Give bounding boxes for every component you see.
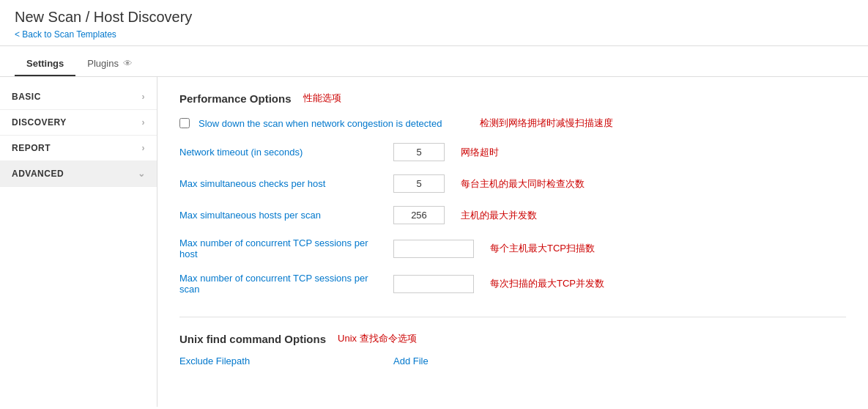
network-congestion-row: Slow down the scan when network congesti… [179, 117, 846, 130]
performance-section: Performance Options 性能选项 Slow down the s… [179, 92, 846, 295]
chevron-right-icon: › [142, 92, 146, 102]
network-congestion-checkbox[interactable] [179, 118, 190, 128]
tab-plugins[interactable]: Plugins 👁 [75, 52, 144, 76]
sidebar-item-basic-label: BASIC [12, 92, 41, 102]
sidebar: BASIC › DISCOVERY › REPORT › ADVANCED ⌄ [0, 77, 157, 407]
chevron-right-icon: › [142, 143, 146, 153]
tab-settings[interactable]: Settings [15, 52, 75, 76]
network-congestion-label-cn: 检测到网络拥堵时减慢扫描速度 [480, 117, 613, 130]
exclude-filepath-row: Exclude Filepath Add File [179, 355, 846, 366]
page-title: New Scan / Host Discovery [15, 9, 853, 26]
max-hosts-label-cn: 主机的最大并发数 [461, 209, 537, 222]
max-tcp-host-input[interactable] [393, 240, 474, 258]
max-hosts-input[interactable] [393, 206, 445, 224]
max-tcp-scan-label-cn: 每次扫描的最大TCP并发数 [490, 277, 604, 290]
max-hosts-label: Max simultaneous hosts per scan [179, 210, 385, 221]
unix-section-title-cn: Unix 查找命令选项 [338, 332, 417, 345]
max-tcp-scan-input[interactable] [393, 275, 474, 293]
sidebar-item-report[interactable]: REPORT › [0, 136, 157, 161]
sidebar-item-discovery[interactable]: DISCOVERY › [0, 110, 157, 136]
max-checks-row: Max simultaneous checks per host 每台主机的最大… [179, 174, 846, 193]
performance-section-title-cn: 性能选项 [303, 92, 341, 105]
sidebar-item-report-label: REPORT [12, 143, 51, 153]
sidebar-item-advanced[interactable]: ADVANCED ⌄ [0, 161, 157, 187]
page-header: New Scan / Host Discovery Back to Scan T… [0, 0, 868, 46]
back-link[interactable]: Back to Scan Templates [15, 29, 116, 40]
tab-plugins-label: Plugins [87, 58, 119, 69]
unix-section-title: Unix find command Options [179, 333, 326, 345]
max-checks-label: Max simultaneous checks per host [179, 178, 385, 189]
network-congestion-label: Slow down the scan when network congesti… [199, 118, 442, 129]
tabs-bar: Settings Plugins 👁 [0, 52, 868, 77]
network-timeout-label: Network timeout (in seconds) [179, 147, 385, 158]
unix-section-header: Unix find command Options Unix 查找命令选项 [179, 332, 846, 345]
sidebar-item-basic[interactable]: BASIC › [0, 84, 157, 110]
main-content: Performance Options 性能选项 Slow down the s… [157, 77, 868, 407]
max-tcp-host-row: Max number of concurrent TCP sessions pe… [179, 237, 846, 259]
max-tcp-host-label-cn: 每个主机最大TCP扫描数 [490, 242, 595, 255]
section-divider [179, 317, 846, 317]
max-hosts-row: Max simultaneous hosts per scan 主机的最大并发数 [179, 206, 846, 224]
max-tcp-host-label: Max number of concurrent TCP sessions pe… [179, 237, 385, 259]
max-tcp-scan-row: Max number of concurrent TCP sessions pe… [179, 273, 846, 295]
eye-icon: 👁 [123, 58, 133, 69]
sidebar-item-discovery-label: DISCOVERY [12, 117, 67, 128]
sidebar-item-advanced-label: ADVANCED [12, 169, 64, 179]
max-checks-label-cn: 每台主机的最大同时检查次数 [461, 177, 585, 191]
tab-settings-label: Settings [26, 58, 64, 69]
network-timeout-row: Network timeout (in seconds) 网络超时 [179, 143, 846, 161]
network-timeout-input[interactable] [393, 143, 445, 161]
chevron-right-icon: › [142, 117, 146, 128]
chevron-down-icon: ⌄ [138, 169, 146, 179]
performance-section-title: Performance Options [179, 92, 292, 105]
add-file-link[interactable]: Add File [393, 355, 429, 366]
max-tcp-scan-label: Max number of concurrent TCP sessions pe… [179, 273, 385, 295]
exclude-filepath-label: Exclude Filepath [179, 355, 385, 366]
max-checks-input[interactable] [393, 174, 445, 193]
network-timeout-label-cn: 网络超时 [461, 146, 499, 159]
content-area: BASIC › DISCOVERY › REPORT › ADVANCED ⌄ … [0, 77, 868, 407]
performance-section-header: Performance Options 性能选项 [179, 92, 846, 105]
